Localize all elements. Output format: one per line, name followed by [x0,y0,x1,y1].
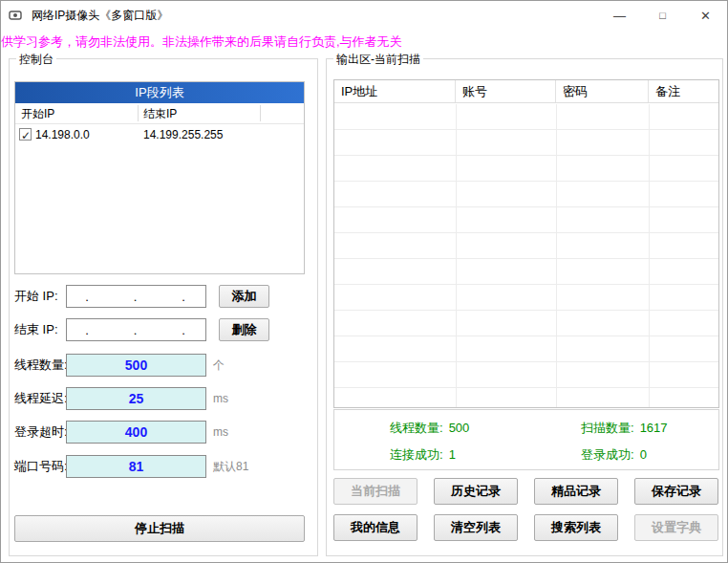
stats-row-1: 线程数量:500 扫描数量:1617 [334,420,718,437]
column-header-password[interactable]: 密码 [556,80,649,102]
end-ip-cell: 14.199.255.255 [143,124,223,145]
column-header-account[interactable]: 账号 [456,80,556,102]
window-title: 网络IP摄像头《多窗口版》 [32,8,168,24]
my-info-button[interactable]: 我的信息 [333,514,418,541]
minimize-icon[interactable]: — [598,1,641,30]
history-record-button[interactable]: 历史记录 [434,478,518,505]
login-timeout-unit: ms [213,421,228,444]
search-list-button[interactable]: 搜索列表 [534,514,618,541]
column-header-end-ip[interactable]: 结束IP [143,103,177,124]
start-ip-label: 开始 IP: [14,285,58,308]
column-divider [260,105,261,121]
clear-list-button[interactable]: 清空列表 [434,514,518,541]
app-icon [9,8,24,23]
column-header-ip[interactable]: IP地址 [334,80,456,102]
results-table-header: IP地址 账号 密码 备注 [334,80,718,103]
thread-delay-row: 线程延迟: ms [14,387,312,410]
delete-button[interactable]: 删除 [219,318,269,341]
ip-list-row[interactable]: 14.198.0.0 14.199.255.255 [15,124,304,145]
column-header-note[interactable]: 备注 [649,80,718,102]
table-column-line [456,104,457,407]
table-column-line [649,104,650,407]
console-group-label: 控制台 [16,52,56,68]
row-checkbox[interactable] [19,128,32,141]
ip-list-header: IP段列表 [15,82,304,103]
add-button[interactable]: 添加 [219,285,269,308]
end-ip-label: 结束 IP: [14,318,58,341]
save-record-button[interactable]: 保存记录 [634,478,718,505]
thread-count-row: 线程数量: 个 [14,354,312,377]
column-divider [138,105,139,121]
stat-connect-success: 连接成功:1 [390,446,456,464]
thread-delay-input[interactable] [66,387,206,410]
port-hint: 默认81 [213,455,248,478]
start-ip-input[interactable] [66,285,206,308]
output-group: 输出区-当前扫描 IP地址 账号 密码 备注 线程数量:500 [326,58,723,556]
app-window: 网络IP摄像头《多窗口版》 — □ ✕ 供学习参考，请勿非法使用。非法操作带来的… [0,0,728,563]
stop-scan-button[interactable]: 停止扫描 [14,515,305,542]
set-dictionary-button: 设置字典 [634,514,718,541]
disclaimer-text: 供学习参考，请勿非法使用。非法操作带来的后果请自行负责,与作者无关 [1,33,402,51]
close-icon[interactable]: ✕ [684,1,727,30]
port-label: 端口号码: [14,455,68,478]
console-group: 控制台 IP段列表 开始IP 结束IP 14.198.0.0 14.199.25… [9,58,318,556]
thread-count-label: 线程数量: [14,354,68,377]
window-controls: — □ ✕ [598,1,727,30]
thread-delay-unit: ms [213,387,228,410]
stats-row-2: 连接成功:1 登录成功:0 [334,446,718,464]
login-timeout-input[interactable] [66,421,206,444]
results-table-body [334,104,718,407]
start-ip-cell: 14.198.0.0 [35,124,90,145]
stat-login-success: 登录成功:0 [581,446,647,464]
premium-record-button[interactable]: 精品记录 [534,478,618,505]
stat-scan-count: 扫描数量:1617 [581,420,668,437]
current-scan-button: 当前扫描 [333,478,418,505]
thread-count-input[interactable] [66,354,206,377]
thread-delay-label: 线程延迟: [14,387,68,410]
stats-panel: 线程数量:500 扫描数量:1617 连接成功:1 登录成功:0 [333,409,719,470]
end-ip-input[interactable] [66,318,206,341]
login-timeout-row: 登录超时: ms [14,421,312,444]
thread-count-unit: 个 [213,354,225,377]
end-ip-row: 结束 IP: 删除 [14,318,312,341]
output-group-label: 输出区-当前扫描 [333,52,423,68]
ip-segment-list[interactable]: IP段列表 开始IP 结束IP 14.198.0.0 14.199.255.25… [14,81,305,274]
port-row: 端口号码: 默认81 [14,455,312,478]
column-header-start-ip[interactable]: 开始IP [21,103,54,124]
table-column-line [556,104,557,407]
ip-list-column-headers: 开始IP 结束IP [15,103,304,124]
maximize-icon[interactable]: □ [641,1,684,30]
titlebar: 网络IP摄像头《多窗口版》 — □ ✕ [1,1,727,30]
login-timeout-label: 登录超时: [14,421,68,444]
start-ip-row: 开始 IP: 添加 [14,285,312,308]
stat-thread-count: 线程数量:500 [390,420,469,437]
port-input[interactable] [66,455,206,478]
results-table[interactable]: IP地址 账号 密码 备注 [333,79,719,408]
